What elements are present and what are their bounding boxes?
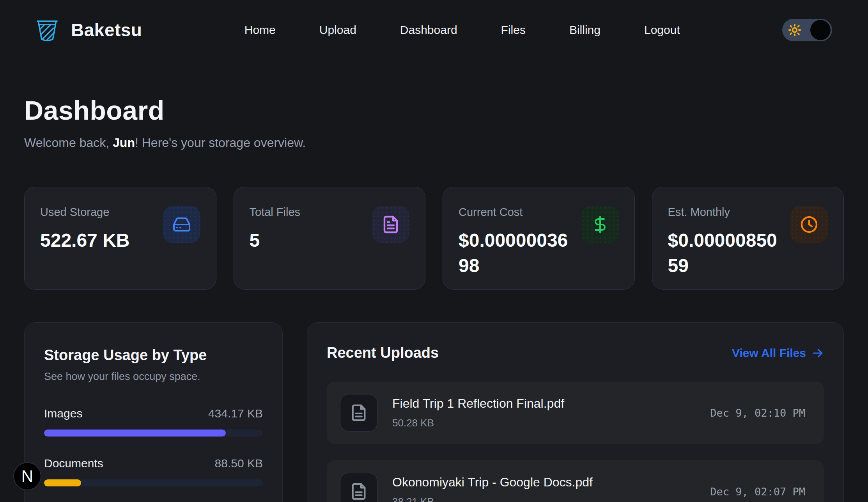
recent-uploads-panel: Recent Uploads View All Files — [307, 322, 844, 502]
progress-track — [44, 479, 263, 486]
file-icon — [340, 473, 377, 502]
usage-item-documents: Documents 88.50 KB — [44, 457, 263, 486]
view-all-files-label: View All Files — [732, 346, 806, 360]
stat-label: Total Files — [250, 206, 366, 219]
file-size: 38.21 KB — [392, 496, 695, 502]
stat-label: Current Cost — [459, 206, 575, 219]
nav-item-dashboard[interactable]: Dashboard — [400, 23, 457, 37]
theme-toggle[interactable] — [782, 19, 832, 41]
dollar-icon — [581, 206, 619, 243]
clock-icon — [790, 206, 828, 243]
stat-value: 522.67 KB — [40, 228, 157, 253]
nav-item-upload[interactable]: Upload — [319, 23, 356, 37]
stat-card-current-cost: Current Cost $0.0000003698 — [443, 187, 635, 290]
recent-uploads-title: Recent Uploads — [327, 345, 439, 361]
welcome-prefix: Welcome back, — [24, 136, 109, 150]
file-size: 50.28 KB — [392, 417, 695, 429]
nextjs-dev-badge[interactable]: N — [13, 462, 41, 490]
sun-icon — [788, 23, 802, 37]
page-title: Dashboard — [24, 95, 844, 126]
stat-value: $0.0000085059 — [668, 228, 785, 279]
file-name: Okonomiyaki Trip - Google Docs.pdf — [392, 475, 695, 490]
brand-name: Baketsu — [71, 19, 142, 41]
panels-row: Storage Usage by Type See how your files… — [24, 322, 844, 502]
progress-fill — [44, 479, 81, 486]
usage-size: 434.17 KB — [208, 407, 263, 420]
storage-usage-subtitle: See how your files occupy space. — [44, 371, 263, 383]
stat-card-total-files: Total Files 5 — [234, 187, 426, 290]
usage-label: Documents — [44, 457, 103, 470]
navbar: Baketsu Home Upload Dashboard Files Bill… — [0, 0, 868, 43]
nextjs-n-logo: N — [21, 467, 33, 486]
welcome-username: Jun — [113, 136, 135, 150]
usage-size: 88.50 KB — [215, 457, 263, 470]
storage-usage-title: Storage Usage by Type — [44, 347, 263, 364]
stat-label: Used Storage — [40, 206, 157, 219]
stat-card-used-storage: Used Storage 522.67 KB — [24, 187, 216, 290]
nav-item-billing[interactable]: Billing — [569, 23, 601, 37]
nav-item-logout[interactable]: Logout — [644, 23, 680, 37]
file-name: Field Trip 1 Reflection Final.pdf — [392, 396, 695, 411]
bucket-logo-icon — [34, 17, 60, 43]
stat-value: 5 — [250, 228, 366, 253]
storage-usage-panel: Storage Usage by Type See how your files… — [24, 322, 283, 502]
main-content: Dashboard Welcome back, Jun! Here's your… — [0, 95, 868, 502]
stat-card-est-monthly: Est. Monthly $0.0000085059 — [652, 187, 844, 290]
stats-row: Used Storage 522.67 KB Total Files 5 — [24, 187, 844, 290]
nav-item-home[interactable]: Home — [244, 23, 276, 37]
stat-value: $0.0000003698 — [459, 228, 575, 279]
nav-item-files[interactable]: Files — [501, 23, 526, 37]
progress-fill — [44, 430, 226, 437]
welcome-text: Welcome back, Jun! Here's your storage o… — [24, 136, 844, 150]
progress-track — [44, 430, 263, 437]
file-icon — [340, 394, 377, 431]
stat-label: Est. Monthly — [668, 206, 785, 219]
file-upload-date: Dec 9, 02:10 PM — [710, 407, 811, 419]
nav-links: Home Upload Dashboard Files Billing Logo… — [244, 23, 680, 37]
file-text-icon — [372, 206, 409, 243]
usage-label: Images — [44, 407, 82, 420]
file-row[interactable]: Field Trip 1 Reflection Final.pdf 50.28 … — [327, 382, 824, 444]
brand[interactable]: Baketsu — [34, 17, 142, 43]
theme-toggle-knob — [810, 20, 831, 40]
file-upload-date: Dec 9, 02:07 PM — [710, 486, 811, 498]
hard-drive-icon — [163, 206, 200, 243]
file-row[interactable]: Okonomiyaki Trip - Google Docs.pdf 38.21… — [327, 460, 824, 502]
view-all-files-link[interactable]: View All Files — [732, 346, 824, 360]
usage-item-images: Images 434.17 KB — [44, 407, 263, 437]
arrow-right-icon — [811, 347, 824, 359]
welcome-suffix: ! Here's your storage overview. — [135, 136, 306, 150]
